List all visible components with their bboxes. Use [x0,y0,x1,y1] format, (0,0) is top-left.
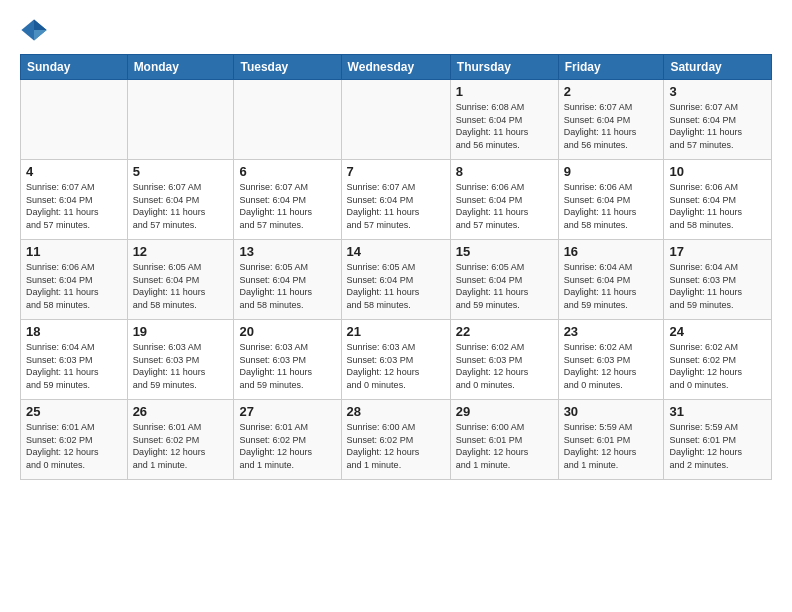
day-number: 19 [133,324,229,339]
calendar-cell: 27Sunrise: 6:01 AMSunset: 6:02 PMDayligh… [234,400,341,480]
calendar-cell: 15Sunrise: 6:05 AMSunset: 6:04 PMDayligh… [450,240,558,320]
weekday-header-sunday: Sunday [21,55,128,80]
calendar-cell: 20Sunrise: 6:03 AMSunset: 6:03 PMDayligh… [234,320,341,400]
header [20,16,772,44]
calendar-cell: 26Sunrise: 6:01 AMSunset: 6:02 PMDayligh… [127,400,234,480]
calendar-cell: 17Sunrise: 6:04 AMSunset: 6:03 PMDayligh… [664,240,772,320]
calendar-cell: 25Sunrise: 6:01 AMSunset: 6:02 PMDayligh… [21,400,128,480]
day-info: Sunrise: 6:07 AMSunset: 6:04 PMDaylight:… [133,181,229,231]
calendar-cell: 9Sunrise: 6:06 AMSunset: 6:04 PMDaylight… [558,160,664,240]
calendar-week-5: 25Sunrise: 6:01 AMSunset: 6:02 PMDayligh… [21,400,772,480]
page: SundayMondayTuesdayWednesdayThursdayFrid… [0,0,792,612]
calendar-cell: 19Sunrise: 6:03 AMSunset: 6:03 PMDayligh… [127,320,234,400]
day-info: Sunrise: 6:07 AMSunset: 6:04 PMDaylight:… [669,101,766,151]
day-number: 7 [347,164,445,179]
weekday-header-thursday: Thursday [450,55,558,80]
calendar-week-1: 1Sunrise: 6:08 AMSunset: 6:04 PMDaylight… [21,80,772,160]
day-info: Sunrise: 6:04 AMSunset: 6:03 PMDaylight:… [669,261,766,311]
calendar-cell: 29Sunrise: 6:00 AMSunset: 6:01 PMDayligh… [450,400,558,480]
calendar-week-4: 18Sunrise: 6:04 AMSunset: 6:03 PMDayligh… [21,320,772,400]
day-info: Sunrise: 6:00 AMSunset: 6:01 PMDaylight:… [456,421,553,471]
day-info: Sunrise: 6:03 AMSunset: 6:03 PMDaylight:… [133,341,229,391]
day-number: 18 [26,324,122,339]
weekday-header-friday: Friday [558,55,664,80]
day-info: Sunrise: 6:05 AMSunset: 6:04 PMDaylight:… [133,261,229,311]
day-number: 31 [669,404,766,419]
day-number: 22 [456,324,553,339]
day-number: 25 [26,404,122,419]
day-number: 10 [669,164,766,179]
calendar-week-3: 11Sunrise: 6:06 AMSunset: 6:04 PMDayligh… [21,240,772,320]
calendar-cell: 5Sunrise: 6:07 AMSunset: 6:04 PMDaylight… [127,160,234,240]
day-number: 27 [239,404,335,419]
day-number: 29 [456,404,553,419]
day-info: Sunrise: 6:03 AMSunset: 6:03 PMDaylight:… [347,341,445,391]
calendar-cell: 23Sunrise: 6:02 AMSunset: 6:03 PMDayligh… [558,320,664,400]
calendar-cell: 31Sunrise: 5:59 AMSunset: 6:01 PMDayligh… [664,400,772,480]
day-number: 8 [456,164,553,179]
day-number: 4 [26,164,122,179]
calendar-cell: 12Sunrise: 6:05 AMSunset: 6:04 PMDayligh… [127,240,234,320]
day-info: Sunrise: 6:01 AMSunset: 6:02 PMDaylight:… [133,421,229,471]
day-info: Sunrise: 6:06 AMSunset: 6:04 PMDaylight:… [564,181,659,231]
calendar-cell: 4Sunrise: 6:07 AMSunset: 6:04 PMDaylight… [21,160,128,240]
weekday-header-tuesday: Tuesday [234,55,341,80]
day-info: Sunrise: 6:06 AMSunset: 6:04 PMDaylight:… [456,181,553,231]
calendar-cell: 22Sunrise: 6:02 AMSunset: 6:03 PMDayligh… [450,320,558,400]
day-number: 1 [456,84,553,99]
day-info: Sunrise: 6:01 AMSunset: 6:02 PMDaylight:… [239,421,335,471]
day-info: Sunrise: 6:06 AMSunset: 6:04 PMDaylight:… [669,181,766,231]
calendar-table: SundayMondayTuesdayWednesdayThursdayFrid… [20,54,772,480]
calendar-cell: 7Sunrise: 6:07 AMSunset: 6:04 PMDaylight… [341,160,450,240]
day-number: 6 [239,164,335,179]
day-number: 16 [564,244,659,259]
day-info: Sunrise: 6:07 AMSunset: 6:04 PMDaylight:… [564,101,659,151]
day-info: Sunrise: 6:03 AMSunset: 6:03 PMDaylight:… [239,341,335,391]
day-number: 9 [564,164,659,179]
day-info: Sunrise: 6:07 AMSunset: 6:04 PMDaylight:… [347,181,445,231]
svg-marker-2 [34,30,47,41]
day-info: Sunrise: 6:05 AMSunset: 6:04 PMDaylight:… [456,261,553,311]
calendar-cell: 3Sunrise: 6:07 AMSunset: 6:04 PMDaylight… [664,80,772,160]
day-number: 15 [456,244,553,259]
calendar-cell: 13Sunrise: 6:05 AMSunset: 6:04 PMDayligh… [234,240,341,320]
day-number: 23 [564,324,659,339]
day-number: 2 [564,84,659,99]
day-number: 3 [669,84,766,99]
day-number: 17 [669,244,766,259]
day-number: 14 [347,244,445,259]
calendar-cell [234,80,341,160]
day-info: Sunrise: 6:06 AMSunset: 6:04 PMDaylight:… [26,261,122,311]
day-info: Sunrise: 6:02 AMSunset: 6:02 PMDaylight:… [669,341,766,391]
calendar-cell: 18Sunrise: 6:04 AMSunset: 6:03 PMDayligh… [21,320,128,400]
calendar-week-2: 4Sunrise: 6:07 AMSunset: 6:04 PMDaylight… [21,160,772,240]
day-number: 12 [133,244,229,259]
calendar-cell: 16Sunrise: 6:04 AMSunset: 6:04 PMDayligh… [558,240,664,320]
calendar-cell: 24Sunrise: 6:02 AMSunset: 6:02 PMDayligh… [664,320,772,400]
day-number: 26 [133,404,229,419]
day-info: Sunrise: 6:04 AMSunset: 6:04 PMDaylight:… [564,261,659,311]
calendar-cell [21,80,128,160]
calendar-cell: 6Sunrise: 6:07 AMSunset: 6:04 PMDaylight… [234,160,341,240]
calendar-cell: 10Sunrise: 6:06 AMSunset: 6:04 PMDayligh… [664,160,772,240]
calendar-cell [341,80,450,160]
calendar-cell: 21Sunrise: 6:03 AMSunset: 6:03 PMDayligh… [341,320,450,400]
calendar-body: 1Sunrise: 6:08 AMSunset: 6:04 PMDaylight… [21,80,772,480]
day-number: 5 [133,164,229,179]
day-info: Sunrise: 5:59 AMSunset: 6:01 PMDaylight:… [669,421,766,471]
day-info: Sunrise: 6:01 AMSunset: 6:02 PMDaylight:… [26,421,122,471]
weekday-header-saturday: Saturday [664,55,772,80]
weekday-header-wednesday: Wednesday [341,55,450,80]
calendar-cell: 1Sunrise: 6:08 AMSunset: 6:04 PMDaylight… [450,80,558,160]
day-info: Sunrise: 6:00 AMSunset: 6:02 PMDaylight:… [347,421,445,471]
day-info: Sunrise: 6:07 AMSunset: 6:04 PMDaylight:… [239,181,335,231]
logo-icon [20,16,48,44]
day-info: Sunrise: 6:05 AMSunset: 6:04 PMDaylight:… [347,261,445,311]
calendar-cell: 2Sunrise: 6:07 AMSunset: 6:04 PMDaylight… [558,80,664,160]
day-info: Sunrise: 6:02 AMSunset: 6:03 PMDaylight:… [456,341,553,391]
day-info: Sunrise: 6:02 AMSunset: 6:03 PMDaylight:… [564,341,659,391]
calendar-cell [127,80,234,160]
day-info: Sunrise: 6:07 AMSunset: 6:04 PMDaylight:… [26,181,122,231]
day-info: Sunrise: 6:08 AMSunset: 6:04 PMDaylight:… [456,101,553,151]
day-info: Sunrise: 6:04 AMSunset: 6:03 PMDaylight:… [26,341,122,391]
